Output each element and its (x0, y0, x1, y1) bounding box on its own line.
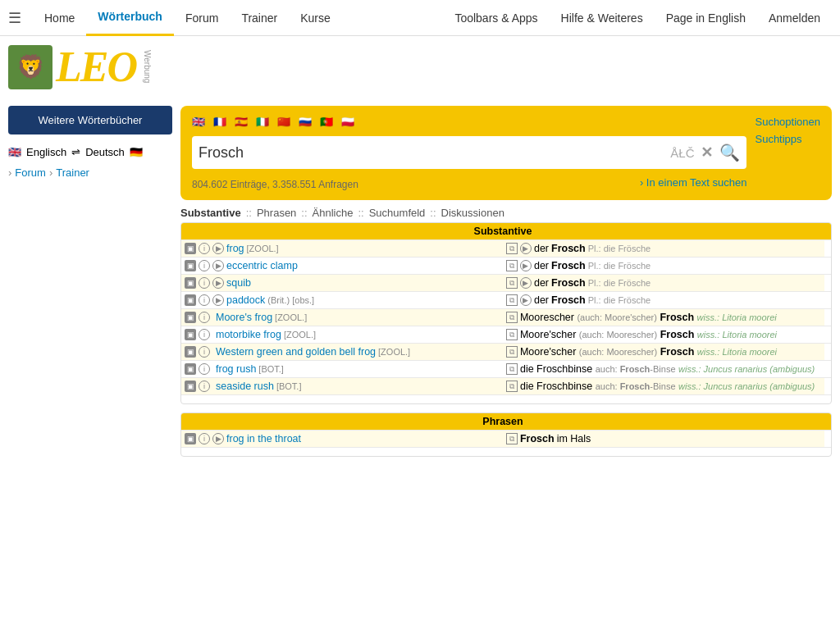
info-icon[interactable]: i (199, 294, 210, 306)
save-icon[interactable]: ▣ (185, 329, 196, 340)
flag-pl-btn[interactable]: 🇵🇱 (341, 116, 354, 128)
hamburger-icon[interactable]: ☰ (8, 9, 21, 27)
info-icon[interactable]: i (199, 363, 210, 375)
sidebar-trainer-link[interactable]: Trainer (56, 166, 89, 179)
play-de-icon[interactable]: ▶ (520, 260, 532, 271)
weitere-worterbuecher-button[interactable]: Weitere Wörterbücher (8, 106, 172, 134)
flag-ru-btn[interactable]: 🇷🇺 (299, 116, 312, 128)
play-icon[interactable]: ▶ (212, 260, 224, 271)
tab-suchumfeld[interactable]: Suchumfeld (369, 207, 426, 219)
copy-icon[interactable]: ⧉ (506, 346, 518, 358)
tab-ahnliche[interactable]: Ähnliche (313, 207, 354, 219)
save-icon[interactable]: ▣ (185, 433, 196, 444)
save-icon[interactable]: ▣ (185, 243, 196, 254)
en-term[interactable]: squib (226, 277, 251, 289)
flag-it-btn[interactable]: 🇮🇹 (256, 116, 269, 128)
nav-forum[interactable]: Forum (174, 0, 230, 36)
nav-home[interactable]: Home (33, 0, 86, 36)
en-term[interactable]: eccentric clamp (226, 260, 298, 271)
pl-text: Pl.: die Frösche (588, 278, 651, 288)
search-main: 🇬🇧 🇫🇷 🇪🇸 🇮🇹 🇨🇳 🇷🇺 🇵🇹 🇵🇱 ÅŁČ ✕ (192, 116, 746, 190)
nav-kurse[interactable]: Kurse (289, 0, 342, 36)
sidebar-forum-link[interactable]: Forum (15, 166, 46, 179)
copy-icon[interactable]: ⧉ (506, 277, 518, 289)
flag-fr-btn[interactable]: 🇫🇷 (213, 116, 226, 128)
info-icon[interactable]: i (199, 243, 210, 254)
save-icon[interactable]: ▣ (185, 363, 196, 375)
nav-english[interactable]: Page in English (655, 0, 757, 36)
en-term[interactable]: Moore's frog (216, 312, 272, 323)
en-term[interactable]: frog rush (216, 363, 256, 375)
save-icon[interactable]: ▣ (185, 260, 196, 271)
play-icon[interactable]: ▶ (212, 243, 224, 254)
info-icon[interactable]: i (199, 433, 210, 444)
substantive-header-de (824, 223, 831, 240)
play-icon[interactable]: ▶ (212, 277, 224, 289)
tag-brit: (Brit.) [obs.] (267, 295, 314, 305)
swap-icon[interactable]: ⇌ (71, 146, 80, 158)
nav-trainer[interactable]: Trainer (230, 0, 289, 36)
tab-diskussionen[interactable]: Diskussionen (441, 207, 504, 219)
info-icon[interactable]: i (199, 346, 210, 358)
copy-icon[interactable]: ⧉ (506, 433, 518, 444)
info-icon[interactable]: i (199, 277, 210, 289)
copy-icon[interactable]: ⧉ (506, 381, 518, 392)
nav-anmelden[interactable]: Anmelden (757, 0, 832, 36)
save-icon[interactable]: ▣ (185, 312, 196, 323)
play-icon[interactable]: ▶ (212, 433, 224, 444)
phrasen-table: Phrasen ▣ i ▶ frog in the throat (181, 413, 831, 448)
flag-en-btn[interactable]: 🇬🇧 (192, 116, 205, 128)
suchoptionen-link[interactable]: Suchoptionen (755, 116, 820, 128)
info-icon[interactable]: i (199, 312, 210, 323)
flag-es-btn[interactable]: 🇪🇸 (235, 116, 248, 128)
in-text-search-link[interactable]: › In einem Text suchen (640, 176, 747, 189)
clear-button[interactable]: ✕ (701, 144, 713, 162)
play-de-icon[interactable]: ▶ (520, 277, 532, 289)
en-term[interactable]: seaside rush (216, 381, 274, 392)
pl-text: Pl.: die Frösche (588, 244, 651, 253)
sidebar-links: › Forum › Trainer (8, 162, 172, 184)
nav-hilfe[interactable]: Hilfe & Weiteres (550, 0, 655, 36)
save-icon[interactable]: ▣ (185, 381, 196, 392)
tab-phrasen[interactable]: Phrasen (257, 207, 296, 219)
phrasen-section: Phrasen ▣ i ▶ frog in the throat (180, 412, 832, 457)
nav-worterbuch[interactable]: Wörterbuch (86, 0, 174, 36)
en-term[interactable]: frog in the throat (226, 433, 301, 444)
tag-bot: [BOT.] (258, 364, 284, 374)
suchtipps-link[interactable]: Suchtipps (755, 133, 820, 145)
copy-icon[interactable]: ⧉ (506, 243, 518, 254)
nav-toolbars[interactable]: Toolbars & Apps (443, 0, 549, 36)
play-de-icon[interactable]: ▶ (520, 294, 532, 306)
save-icon[interactable]: ▣ (185, 294, 196, 306)
de-term: Frosch (551, 243, 586, 254)
play-icon[interactable]: ▶ (212, 294, 224, 306)
save-icon[interactable]: ▣ (185, 346, 196, 358)
copy-icon[interactable]: ⧉ (506, 363, 518, 375)
search-go-button[interactable]: 🔍 (719, 143, 740, 162)
info-icon[interactable]: i (199, 381, 210, 392)
en-term[interactable]: paddock (226, 294, 265, 306)
tab-substantive[interactable]: Substantive (180, 207, 241, 219)
search-box: 🇬🇧 🇫🇷 🇪🇸 🇮🇹 🇨🇳 🇷🇺 🇵🇹 🇵🇱 ÅŁČ ✕ (180, 106, 832, 200)
table-row: ▣ i frog rush [BOT.] ⧉ die Froschbinse a… (181, 361, 831, 378)
flag-pt-btn[interactable]: 🇵🇹 (320, 116, 333, 128)
content-layout: Weitere Wörterbücher 🇬🇧 Englisch ⇌ Deuts… (0, 98, 840, 473)
de-term: Frosch (551, 294, 586, 306)
substantive-table: Substantive ▣ i ▶ frog [ZOOL.] (181, 223, 831, 395)
en-term[interactable]: Western green and golden bell frog (216, 346, 376, 358)
special-chars-button[interactable]: ÅŁČ (670, 146, 694, 160)
copy-icon[interactable]: ⧉ (506, 329, 518, 340)
sidebar: Weitere Wörterbücher 🇬🇧 Englisch ⇌ Deuts… (8, 106, 172, 465)
save-icon[interactable]: ▣ (185, 277, 196, 289)
info-icon[interactable]: i (199, 329, 210, 340)
table-header-row: Substantive (181, 223, 831, 240)
info-icon[interactable]: i (199, 260, 210, 271)
copy-icon[interactable]: ⧉ (506, 294, 518, 306)
search-input[interactable] (199, 144, 664, 162)
flag-cn-btn[interactable]: 🇨🇳 (277, 116, 290, 128)
copy-icon[interactable]: ⧉ (506, 260, 518, 271)
en-term[interactable]: motorbike frog (216, 329, 281, 340)
play-de-icon[interactable]: ▶ (520, 243, 532, 254)
en-term[interactable]: frog (226, 243, 244, 254)
copy-icon[interactable]: ⧉ (506, 312, 518, 323)
